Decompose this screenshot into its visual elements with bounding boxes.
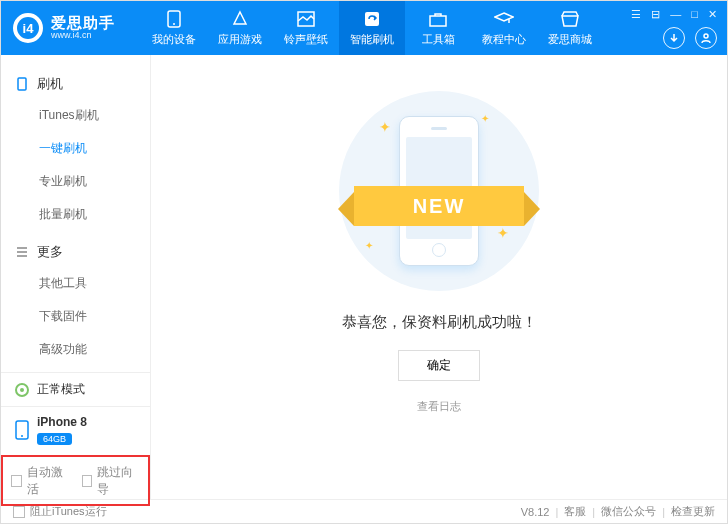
- nav-label: 智能刷机: [350, 32, 394, 47]
- sparkle-icon: ✦: [365, 240, 373, 251]
- skip-guide-checkbox[interactable]: 跳过向导: [82, 464, 141, 498]
- phone-icon: [15, 420, 29, 440]
- svg-rect-3: [365, 12, 379, 26]
- menu-icon[interactable]: ☰: [631, 8, 641, 21]
- flash-icon: [363, 10, 381, 28]
- sparkle-icon: ✦: [481, 113, 489, 124]
- block-itunes-checkbox[interactable]: 阻止iTunes运行: [13, 504, 107, 519]
- new-ribbon: NEW: [354, 186, 524, 226]
- sidebar: 刷机 iTunes刷机 一键刷机 专业刷机 批量刷机 更多 其他工具 下载固件 …: [1, 55, 151, 499]
- device-name: iPhone 8: [37, 415, 87, 429]
- device-icon: [15, 77, 29, 91]
- nav-store[interactable]: 爱思商城: [537, 1, 603, 55]
- sidebar-item-oneclick-flash[interactable]: 一键刷机: [1, 132, 150, 165]
- minimize-button[interactable]: —: [670, 8, 681, 21]
- sidebar-item-itunes-flash[interactable]: iTunes刷机: [1, 99, 150, 132]
- support-link[interactable]: 客服: [564, 504, 586, 519]
- store-icon: [561, 10, 579, 28]
- nav-ringtones[interactable]: 铃声壁纸: [273, 1, 339, 55]
- app-subtitle: www.i4.cn: [51, 31, 115, 41]
- nav-label: 应用游戏: [218, 32, 262, 47]
- view-log-link[interactable]: 查看日志: [417, 399, 461, 414]
- sparkle-icon: ✦: [379, 119, 391, 135]
- section-title: 刷机: [37, 75, 63, 93]
- version-label: V8.12: [521, 506, 550, 518]
- mode-status-icon: [15, 383, 29, 397]
- svg-point-5: [704, 34, 708, 38]
- download-button[interactable]: [663, 27, 685, 49]
- auto-activate-checkbox[interactable]: 自动激活: [11, 464, 70, 498]
- sidebar-item-other-tools[interactable]: 其他工具: [1, 267, 150, 300]
- toolbox-icon: [429, 10, 447, 28]
- logo-badge-icon: i4: [13, 13, 43, 43]
- close-button[interactable]: ✕: [708, 8, 717, 21]
- app-logo: i4 爱思助手 www.i4.cn: [13, 13, 141, 43]
- success-message: 恭喜您，保资料刷机成功啦！: [342, 313, 537, 332]
- apps-icon: [231, 10, 249, 28]
- nav-toolbox[interactable]: 工具箱: [405, 1, 471, 55]
- nav-devices[interactable]: 我的设备: [141, 1, 207, 55]
- svg-rect-4: [430, 16, 446, 26]
- ribbon-text: NEW: [354, 186, 524, 226]
- user-button[interactable]: [695, 27, 717, 49]
- main-nav: 我的设备 应用游戏 铃声壁纸 智能刷机 工具箱 教程中心 爱思商城: [141, 1, 603, 55]
- phone-icon: [167, 10, 181, 28]
- nav-label: 我的设备: [152, 32, 196, 47]
- tutorial-icon: [494, 10, 514, 28]
- nav-apps[interactable]: 应用游戏: [207, 1, 273, 55]
- nav-label: 爱思商城: [548, 32, 592, 47]
- logo-mark: i4: [17, 17, 39, 39]
- maximize-button[interactable]: □: [691, 8, 698, 21]
- sidebar-item-advanced[interactable]: 高级功能: [1, 333, 150, 366]
- device-mode[interactable]: 正常模式: [1, 372, 150, 406]
- nav-flash[interactable]: 智能刷机: [339, 1, 405, 55]
- checkbox-label: 自动激活: [27, 464, 70, 498]
- svg-rect-6: [18, 78, 26, 90]
- success-illustration: ✦ ✦ ✦ ✦ NEW: [339, 91, 539, 291]
- sparkle-icon: ✦: [497, 225, 509, 241]
- checkbox-label: 阻止iTunes运行: [30, 504, 107, 519]
- sidebar-item-batch-flash[interactable]: 批量刷机: [1, 198, 150, 231]
- wallpaper-icon: [297, 10, 315, 28]
- title-bar: i4 爱思助手 www.i4.cn 我的设备 应用游戏 铃声壁纸 智能刷机 工具…: [1, 1, 727, 55]
- device-storage: 64GB: [37, 433, 72, 445]
- nav-tutorials[interactable]: 教程中心: [471, 1, 537, 55]
- wechat-link[interactable]: 微信公众号: [601, 504, 656, 519]
- list-icon: [15, 245, 29, 259]
- app-title: 爱思助手: [51, 15, 115, 32]
- mode-label: 正常模式: [37, 381, 85, 398]
- sidebar-item-pro-flash[interactable]: 专业刷机: [1, 165, 150, 198]
- sidebar-section-more[interactable]: 更多: [1, 237, 150, 267]
- confirm-button[interactable]: 确定: [398, 350, 480, 381]
- sidebar-item-download-firmware[interactable]: 下载固件: [1, 300, 150, 333]
- nav-label: 铃声壁纸: [284, 32, 328, 47]
- svg-point-8: [21, 435, 23, 437]
- sidebar-section-flash[interactable]: 刷机: [1, 69, 150, 99]
- pin-icon[interactable]: ⊟: [651, 8, 660, 21]
- window-buttons: ☰ ⊟ — □ ✕: [631, 8, 717, 21]
- nav-label: 教程中心: [482, 32, 526, 47]
- nav-label: 工具箱: [422, 32, 455, 47]
- device-info[interactable]: iPhone 8 64GB: [1, 406, 150, 455]
- check-update-link[interactable]: 检查更新: [671, 504, 715, 519]
- main-content: ✦ ✦ ✦ ✦ NEW 恭喜您，保资料刷机成功啦！ 确定 查看日志: [151, 55, 727, 499]
- checkbox-label: 跳过向导: [97, 464, 140, 498]
- svg-point-1: [173, 23, 175, 25]
- flash-options: 自动激活 跳过向导: [1, 455, 150, 506]
- section-title: 更多: [37, 243, 63, 261]
